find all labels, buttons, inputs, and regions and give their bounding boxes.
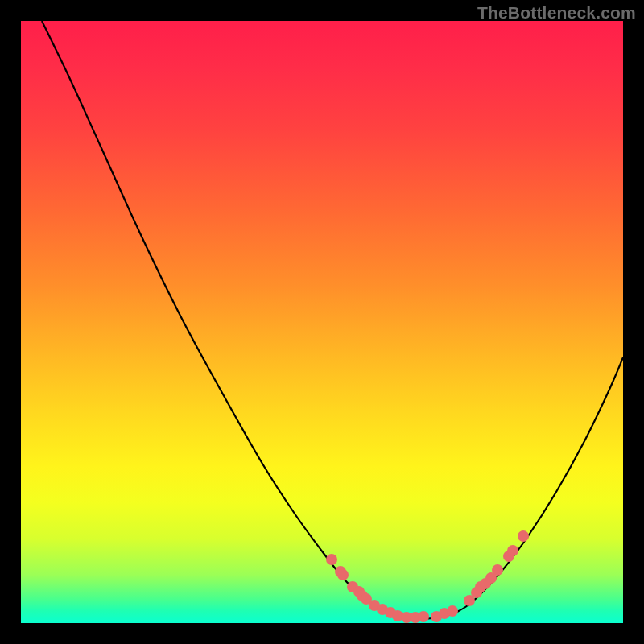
curve-right [456,357,623,613]
curve-left [42,21,385,613]
marker-dot [326,554,337,565]
curve-group [42,21,623,619]
marker-group [326,530,529,623]
chart-svg [21,21,623,623]
marker-dot [492,564,503,576]
marker-dot [418,611,429,622]
chart-plot-area [21,21,623,623]
marker-dot [337,569,349,580]
watermark-label: TheBottleneck.com [477,3,636,23]
marker-dot [447,605,458,617]
chart-frame: TheBottleneck.com [0,0,644,644]
marker-dot [518,530,529,542]
marker-dot [507,545,518,556]
